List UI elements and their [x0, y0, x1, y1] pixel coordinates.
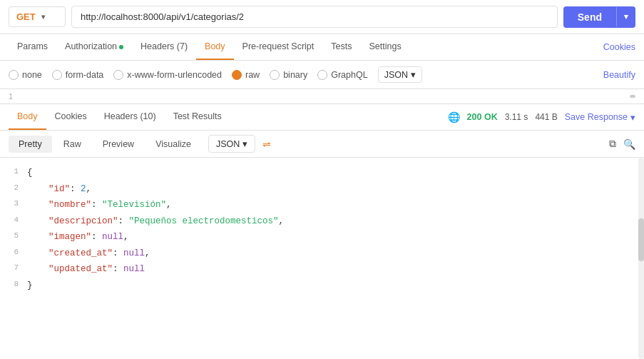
save-response-chevron-icon: ▾	[630, 112, 635, 123]
json-line-1: 1 {	[0, 165, 644, 181]
body-type-raw[interactable]: raw	[232, 70, 260, 80]
json-line-5: 5 "imagen": null,	[0, 229, 644, 246]
tab-pre-request[interactable]: Pre-request Script	[234, 34, 323, 60]
request-editor: 1	[0, 89, 644, 104]
resp-tab-body[interactable]: Body	[9, 104, 46, 130]
body-type-none[interactable]: none	[9, 70, 42, 80]
send-label: Send	[563, 6, 616, 28]
save-response-button[interactable]: Save Response ▾	[565, 112, 635, 123]
resp-tab-test-results[interactable]: Test Results	[165, 104, 230, 130]
copy-icon[interactable]: ⧉	[609, 138, 616, 150]
radio-urlencoded-icon	[113, 70, 123, 80]
scrollbar-thumb	[638, 218, 644, 261]
request-tabs: Params Authorization Headers (7) Body Pr…	[0, 34, 644, 61]
json-type-dropdown[interactable]: JSON ▾	[378, 66, 422, 83]
json-viewer: 1 { 2 "id": 2, 3 "nombre": "Televisión",…	[0, 158, 644, 359]
tab-body[interactable]: Body	[196, 34, 234, 60]
method-chevron-icon: ▾	[41, 13, 45, 21]
json-line-2: 2 "id": 2,	[0, 181, 644, 198]
json-dropdown-chevron-icon: ▾	[411, 69, 416, 80]
body-type-graphql[interactable]: GraphQL	[317, 70, 367, 80]
pretty-tab-raw[interactable]: Raw	[53, 136, 91, 153]
body-type-urlencoded[interactable]: x-www-form-urlencoded	[113, 70, 222, 80]
radio-binary-icon	[270, 70, 280, 80]
filter-icon[interactable]: ⇌	[262, 138, 271, 150]
tab-authorization[interactable]: Authorization	[56, 34, 132, 60]
search-icon[interactable]: 🔍	[623, 138, 635, 150]
globe-icon: 🌐	[448, 111, 460, 123]
auth-dot	[119, 45, 123, 49]
line-num-5: 5	[6, 229, 27, 243]
line-num-2: 2	[6, 181, 27, 196]
status-badge: 200 OK	[467, 112, 498, 122]
beautify-button[interactable]: Beautify	[603, 70, 635, 80]
line-num-7: 7	[6, 261, 27, 275]
tab-params[interactable]: Params	[9, 34, 56, 60]
radio-formdata-icon	[52, 70, 62, 80]
json-line-3: 3 "nombre": "Televisión",	[0, 197, 644, 213]
json-line-4: 4 "descripcion": "Pequeños electrodomest…	[0, 213, 644, 230]
pretty-tab-pretty[interactable]: Pretty	[9, 136, 52, 153]
radio-none-icon	[9, 70, 19, 80]
line-num-6: 6	[6, 246, 27, 260]
body-types: none form-data x-www-form-urlencoded raw…	[0, 61, 644, 89]
pretty-tab-preview[interactable]: Preview	[93, 136, 144, 153]
tab-tests[interactable]: Tests	[322, 34, 360, 60]
tab-headers[interactable]: Headers (7)	[132, 34, 196, 60]
method-label: GET	[16, 11, 36, 22]
method-select[interactable]: GET ▾	[9, 6, 66, 27]
resp-json-dropdown[interactable]: JSON ▾	[208, 135, 255, 153]
horizontal-scrollbar[interactable]	[630, 95, 635, 98]
pretty-tab-visualize[interactable]: Visualize	[145, 136, 201, 153]
line-num-8: 8	[6, 278, 27, 292]
response-header: Body Cookies Headers (10) Test Results 🌐…	[0, 104, 644, 131]
json-line-7: 7 "updated_at": null	[0, 261, 644, 278]
pretty-tabs-bar: Pretty Raw Preview Visualize JSON ▾ ⇌ ⧉ …	[0, 131, 644, 158]
response-size: 441 B	[535, 112, 557, 122]
url-input[interactable]	[71, 6, 558, 28]
app-container: GET ▾ Send ▾ Params Authorization Header…	[0, 0, 644, 359]
top-bar: GET ▾ Send ▾	[0, 0, 644, 34]
resp-tab-cookies[interactable]: Cookies	[46, 104, 96, 130]
resp-tab-headers[interactable]: Headers (10)	[96, 104, 165, 130]
cookies-link[interactable]: Cookies	[603, 42, 635, 52]
line-num-3: 3	[6, 197, 27, 211]
send-dropdown-icon[interactable]: ▾	[616, 7, 635, 26]
tab-settings[interactable]: Settings	[360, 34, 409, 60]
vertical-scrollbar[interactable]	[638, 158, 644, 359]
line-num-4: 4	[6, 213, 27, 228]
send-button[interactable]: Send ▾	[563, 6, 635, 28]
response-status-area: 🌐 200 OK 3.11 s 441 B Save Response ▾	[448, 111, 635, 123]
radio-raw-icon	[232, 70, 242, 80]
body-type-form-data[interactable]: form-data	[52, 70, 104, 80]
line-num-1: 1	[6, 165, 27, 179]
resp-json-chevron-icon: ▾	[242, 138, 247, 149]
radio-graphql-icon	[317, 70, 327, 80]
response-time: 3.11 s	[505, 112, 528, 122]
json-line-6: 6 "created_at": null,	[0, 246, 644, 262]
editor-line-number: 1	[9, 92, 23, 101]
body-type-binary[interactable]: binary	[270, 70, 307, 80]
json-line-8: 8 }	[0, 278, 644, 294]
